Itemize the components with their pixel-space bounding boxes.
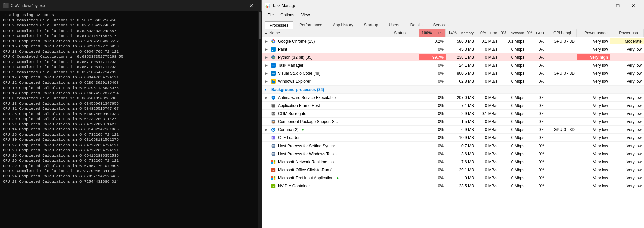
- process-gpu: 0%: [526, 183, 546, 189]
- cmd-maximize-button[interactable]: □: [228, 0, 243, 11]
- expand-icon[interactable]: ▶: [264, 55, 269, 60]
- process-power: Very high: [577, 54, 610, 60]
- process-network: 0 Mbps: [499, 46, 526, 52]
- col-header-network[interactable]: 0% Network: [499, 29, 526, 37]
- tm-minimize-button[interactable]: –: [595, 0, 610, 11]
- table-row[interactable]: ▶ Py Python (32 bit) (35) 99.7% 238.1 MB…: [262, 53, 644, 61]
- taskmgr-icon: [271, 63, 276, 68]
- svg-rect-34: [271, 162, 273, 164]
- process-memory: 0 MB: [446, 175, 476, 181]
- process-name: ▶ O Microsoft Office Click-to-Run (...: [262, 167, 392, 173]
- expand-icon[interactable]: ▶: [264, 47, 269, 52]
- col-header-gpu[interactable]: 0% GPU: [526, 29, 546, 37]
- cmd-close-button[interactable]: ✕: [243, 0, 259, 11]
- svg-rect-32: [271, 160, 273, 161]
- table-row[interactable]: ▶ Host Process for Setting Synchr... 0% …: [262, 142, 644, 150]
- tm-maximize-button[interactable]: □: [610, 0, 626, 11]
- process-powerusage: Very low: [610, 62, 644, 68]
- table-row[interactable]: ▶ Application Frame Host 0% 7.1 MB 0 MB/…: [262, 102, 644, 110]
- expand-icon[interactable]: ▶: [264, 71, 269, 76]
- process-disk: 0 MB/s: [476, 135, 499, 141]
- table-row[interactable]: ▶ 📦 Component Package Support S... 0% 1.…: [262, 118, 644, 126]
- component-icon: 📦: [271, 119, 276, 124]
- appframe-icon: [271, 103, 276, 108]
- tab-app-history[interactable]: App history: [328, 21, 358, 29]
- svg-text:</>: </>: [272, 72, 276, 75]
- col-header-power[interactable]: Power usage: [577, 29, 610, 37]
- process-status: [392, 113, 419, 114]
- table-row[interactable]: ▶ Microsoft Network Realtime Ins... 0% 7…: [262, 158, 644, 166]
- tm-titlebar: 📊 Task Manager – □ ✕: [262, 0, 644, 11]
- col-header-name[interactable]: ▲ Name: [262, 29, 392, 37]
- process-powerusage: Very low: [610, 119, 644, 125]
- table-row[interactable]: ▶ Antimalware Service Executable 0% 207.…: [262, 94, 644, 102]
- table-row[interactable]: ▶ </> Visual Studio Code (49) 0% 800.5 M…: [262, 69, 644, 77]
- process-memory: 7.6 MB: [446, 159, 476, 165]
- process-gpueng: [546, 161, 577, 163]
- menu-file[interactable]: File: [265, 12, 276, 18]
- cmd-scrollbar[interactable]: [258, 11, 262, 228]
- table-row[interactable]: ▶ Cortana (2) ♦ 0% 6.9 MB 0 MB/s 0 Mbps …: [262, 126, 644, 134]
- section-expand-icon[interactable]: ▼: [264, 88, 267, 91]
- table-row[interactable]: ▶ Google Chrome (15) 0.2% 586.0 MB 0.1 M…: [262, 37, 644, 45]
- tab-services[interactable]: Services: [428, 21, 453, 29]
- expand-icon[interactable]: ▶: [264, 39, 269, 44]
- svg-text:COM: COM: [272, 113, 276, 115]
- process-name: ▶ Google Chrome (15): [262, 38, 392, 45]
- process-name: ▶ Microsoft Text Input Application ♦: [262, 175, 392, 181]
- tab-details[interactable]: Details: [405, 21, 428, 29]
- tab-startup[interactable]: Start-up: [359, 21, 383, 29]
- process-powerusage: Very low: [610, 103, 644, 109]
- col-header-status[interactable]: Status: [392, 29, 419, 37]
- cmd-minimize-button[interactable]: –: [212, 0, 228, 11]
- process-status: [392, 161, 419, 163]
- table-row[interactable]: ▶ O Microsoft Office Click-to-Run (... 0…: [262, 166, 644, 174]
- tab-users[interactable]: Users: [384, 21, 404, 29]
- process-network: 0 Mbps: [499, 175, 526, 181]
- process-powerusage: Very low: [610, 143, 644, 149]
- process-cpu: 0%: [419, 159, 446, 165]
- tab-processes[interactable]: Processes: [265, 21, 293, 29]
- tab-performance[interactable]: Performance: [294, 21, 327, 29]
- menu-view[interactable]: View: [299, 12, 313, 18]
- table-row[interactable]: ▶ Task Manager 0% 24.1 MB 0 MB/s 0 Mbps …: [262, 61, 644, 69]
- process-memory: 800.5 MB: [446, 70, 476, 76]
- expand-icon[interactable]: ▶: [264, 63, 269, 68]
- expand-icon[interactable]: ▶: [264, 95, 269, 100]
- process-power: Very low: [577, 95, 610, 101]
- process-disk: 0 MB/s: [476, 143, 499, 149]
- expand-icon[interactable]: ▶: [264, 79, 269, 84]
- col-header-memory[interactable]: 14% Memory: [446, 29, 476, 37]
- expand-icon[interactable]: ▶: [264, 127, 269, 132]
- process-power: Very low: [577, 46, 610, 52]
- col-header-disk[interactable]: 0% Disk: [476, 29, 499, 37]
- col-header-gpueng[interactable]: GPU engi...: [546, 29, 577, 37]
- process-power: Very low: [577, 119, 610, 125]
- process-powerusage: Very low: [610, 70, 644, 76]
- table-row[interactable]: ▶ 🖌 Paint 0% 45.3 MB 0 MB/s 0 Mbps 0% Ve…: [262, 45, 644, 53]
- menu-options[interactable]: Options: [278, 12, 297, 18]
- tm-close-button[interactable]: ✕: [626, 0, 641, 11]
- table-row[interactable]: ▶ COM COM Surrogate 0% 2.9 MB 0.1 MB/s 0…: [262, 110, 644, 118]
- process-network: 0 Mbps: [499, 54, 526, 60]
- process-network: 0 Mbps: [499, 78, 526, 84]
- svg-rect-41: [274, 178, 275, 180]
- process-cpu: 0%: [419, 103, 446, 109]
- table-row[interactable]: ▶ Windows Explorer 0% 62.8 MB 0 MB/s 0 M…: [262, 77, 644, 86]
- microsoft-icon: [271, 159, 276, 165]
- process-memory: 7.1 MB: [446, 103, 476, 109]
- process-gpueng: [546, 105, 577, 106]
- col-header-powerusage[interactable]: Power usa...: [610, 29, 644, 37]
- table-row[interactable]: ▶ Microsoft Text Input Application ♦ 0% …: [262, 174, 644, 182]
- process-gpueng: [546, 169, 577, 171]
- table-row[interactable]: ▶ Host Process for Windows Tasks 0% 3.6 …: [262, 150, 644, 158]
- table-row[interactable]: ▶ NV NVIDIA Container 0% 23.5 MB 0 MB/s …: [262, 182, 644, 190]
- col-header-cpu[interactable]: 100% CPU: [419, 29, 446, 37]
- process-status: [392, 185, 419, 187]
- section-header-background[interactable]: ▼ Background processes (34): [262, 86, 644, 94]
- table-row[interactable]: ▶ T CTF Loader 0% 10.9 MB 0 MB/s 0 Mbps …: [262, 134, 644, 142]
- tm-title: 📊 Task Manager: [265, 3, 298, 8]
- svg-rect-27: [272, 145, 275, 145]
- process-gpueng: [546, 113, 577, 114]
- process-disk: 0 MB/s: [476, 167, 499, 173]
